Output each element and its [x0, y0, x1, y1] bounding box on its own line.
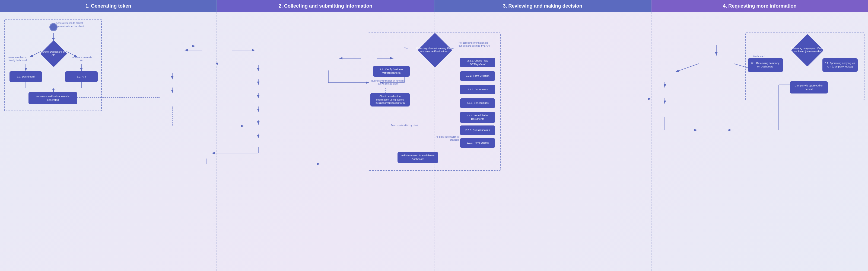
section-2: Collecting information using iDenfy Busi… — [217, 12, 434, 271]
section-header-1: 1. Generating token — [0, 0, 217, 12]
section-3: Dashboard API Reviewing company on iDenf… — [434, 12, 651, 271]
section-1: Generate token to collect information fr… — [0, 12, 217, 271]
diagram-container: 1. Generating token 2. Collecting and su… — [0, 0, 868, 271]
section-header-3: 3. Reviewing and making decision — [434, 0, 651, 12]
content-area: Generate token to collect information fr… — [0, 12, 868, 271]
header-row: 1. Generating token 2. Collecting and su… — [0, 0, 868, 12]
section-4: Client information should updated Review… — [651, 12, 868, 271]
section-header-2: 2. Collecting and submitting information — [217, 0, 434, 12]
section-header-4: 4. Requesting more information — [651, 0, 868, 12]
s1-dashed-border — [4, 19, 102, 111]
